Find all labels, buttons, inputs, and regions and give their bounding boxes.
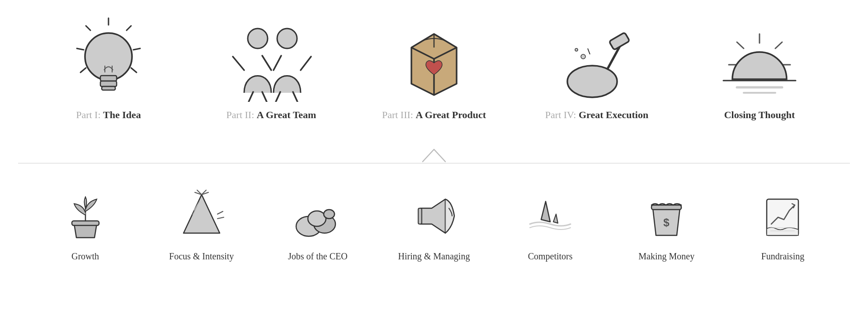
svg-rect-23: [609, 32, 630, 50]
bottom-item-competitors[interactable]: Competitors: [496, 186, 604, 262]
svg-line-18: [301, 57, 311, 70]
fundraising-icon-area: [758, 186, 807, 244]
bottom-section: Growth Focus & Intensity: [0, 172, 868, 321]
rocks-icon: [291, 188, 345, 242]
bottom-item-growth[interactable]: Growth: [31, 186, 140, 262]
execution-icon-area: [556, 14, 637, 104]
svg-line-20: [293, 92, 297, 102]
product-icon-area: [393, 14, 475, 104]
idea-label: Part I: The Idea: [76, 109, 141, 122]
top-section: Part I: The Idea: [0, 0, 868, 154]
top-item-product[interactable]: Part III: A Great Product: [357, 14, 511, 122]
bottom-item-focus[interactable]: Focus & Intensity: [147, 186, 256, 262]
execution-icon: [556, 16, 637, 102]
idea-prefix: Part I:: [76, 109, 103, 120]
svg-line-17: [274, 56, 281, 70]
top-item-execution[interactable]: Part IV: Great Execution: [520, 14, 674, 122]
svg-point-11: [248, 29, 268, 48]
product-icon: [393, 16, 475, 102]
closing-label: Closing Thought: [724, 109, 795, 122]
shark-icon: [525, 188, 575, 242]
product-prefix: Part III:: [382, 109, 416, 120]
svg-line-5: [80, 68, 86, 72]
product-label: Part III: A Great Product: [382, 109, 486, 122]
team-label: Part II: A Great Team: [226, 109, 316, 122]
lightbulb-icon: [72, 16, 145, 102]
closing-icon-area: [714, 14, 805, 104]
svg-rect-9: [100, 81, 117, 86]
divider: [18, 154, 850, 172]
svg-point-24: [581, 54, 585, 59]
top-item-closing[interactable]: Closing Thought: [683, 14, 836, 122]
bottom-item-fundraising[interactable]: Fundraising: [728, 186, 837, 262]
execution-prefix: Part IV:: [545, 109, 579, 120]
closing-name: Closing Thought: [724, 109, 795, 120]
hiring-icon-area: [409, 186, 459, 244]
sunset-icon: [714, 16, 805, 102]
team-icon: [226, 16, 316, 102]
money-label: Making Money: [638, 251, 694, 262]
svg-point-16: [277, 29, 297, 48]
team-icon-area: [226, 14, 316, 104]
triangle-icon: [177, 188, 226, 242]
megaphone-icon: [409, 188, 459, 242]
bottom-item-ceo[interactable]: Jobs of the CEO: [264, 186, 372, 262]
hiring-label: Hiring & Managing: [398, 251, 470, 262]
svg-line-43: [217, 211, 223, 214]
fundraising-label: Fundraising: [761, 251, 805, 262]
svg-line-1: [127, 26, 131, 30]
money-icon-area: $: [642, 186, 691, 244]
top-item-team[interactable]: Part II: A Great Team: [194, 14, 348, 122]
svg-line-3: [86, 26, 90, 30]
svg-rect-8: [100, 76, 117, 81]
svg-point-48: [324, 210, 335, 219]
svg-text:$: $: [664, 216, 670, 229]
top-item-idea[interactable]: Part I: The Idea: [32, 14, 185, 122]
focus-label: Focus & Intensity: [169, 251, 234, 262]
svg-point-21: [567, 66, 617, 97]
svg-line-28: [775, 42, 782, 48]
bottom-item-money[interactable]: $ Making Money: [612, 186, 721, 262]
team-prefix: Part II:: [226, 109, 257, 120]
svg-line-2: [133, 48, 140, 50]
team-name: A Great Team: [257, 109, 316, 120]
execution-name: Great Execution: [579, 109, 648, 120]
growth-icon-area: [61, 186, 110, 244]
growth-label: Growth: [71, 251, 99, 262]
svg-line-26: [588, 48, 590, 54]
plant-icon: [61, 188, 110, 242]
svg-line-19: [276, 92, 280, 102]
ceo-label: Jobs of the CEO: [288, 251, 348, 262]
svg-rect-35: [72, 221, 99, 225]
svg-line-12: [233, 57, 244, 70]
ceo-icon-area: [291, 186, 345, 244]
svg-rect-50: [651, 205, 681, 210]
idea-name: The Idea: [103, 109, 141, 120]
competitors-icon-area: [525, 186, 575, 244]
svg-line-44: [217, 217, 224, 219]
svg-point-7: [85, 33, 132, 80]
svg-point-25: [575, 48, 578, 51]
focus-icon-area: [177, 186, 226, 244]
svg-line-6: [131, 68, 137, 72]
svg-rect-10: [102, 86, 115, 90]
idea-icon-area: [72, 14, 145, 104]
chevron-icon: [420, 146, 448, 164]
execution-label: Part IV: Great Execution: [545, 109, 648, 122]
svg-line-4: [77, 48, 84, 50]
chart-paper-icon: [758, 188, 807, 242]
svg-rect-49: [418, 208, 422, 224]
svg-line-15: [262, 92, 267, 102]
bottom-item-hiring[interactable]: Hiring & Managing: [380, 186, 488, 262]
svg-line-30: [737, 42, 744, 48]
competitors-label: Competitors: [528, 251, 573, 262]
product-name: A Great Product: [415, 109, 486, 120]
bucket-icon: $: [642, 188, 691, 242]
svg-line-13: [262, 56, 271, 70]
svg-line-14: [249, 92, 253, 102]
